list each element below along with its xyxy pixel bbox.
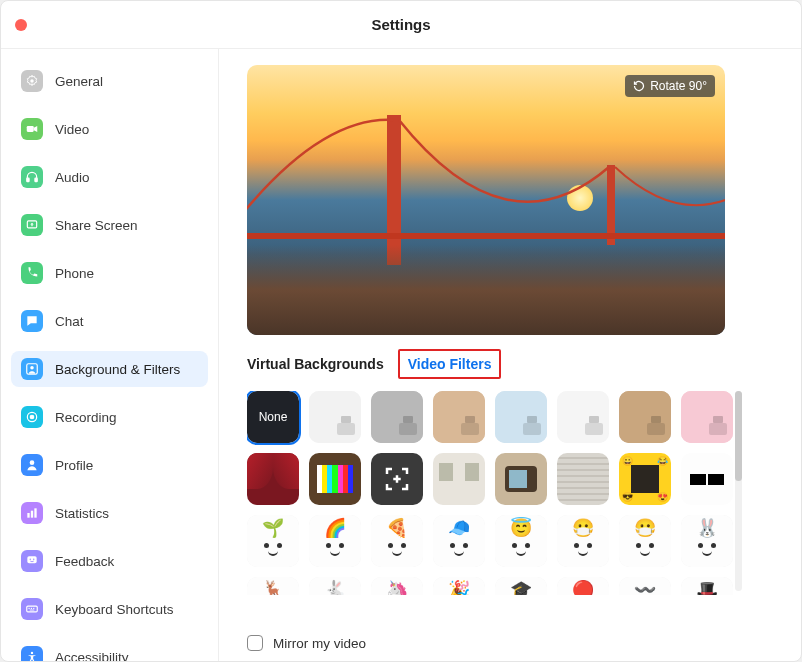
- sidebar-item-label: Chat: [55, 314, 84, 329]
- rotate-label: Rotate 90°: [650, 79, 707, 93]
- sidebar-item-label: Audio: [55, 170, 90, 185]
- filter-blinds[interactable]: [557, 453, 609, 505]
- filter-room-grey[interactable]: [371, 391, 423, 443]
- filters-scroll[interactable]: None😀😂😎😍🌱🌈🍕🧢😇😷😷🐰🦌🐇🦄🎉🎓🔴〰️🎩: [247, 391, 733, 595]
- mirror-label: Mirror my video: [273, 636, 366, 651]
- filter-unicorn[interactable]: 🦄: [371, 577, 423, 595]
- rotate-button[interactable]: Rotate 90°: [625, 75, 715, 97]
- filter-mustache[interactable]: 〰️: [619, 577, 671, 595]
- sidebar-item-label: Accessibility: [55, 650, 129, 662]
- filter-focus-frame[interactable]: [371, 453, 423, 505]
- tab-video-filters[interactable]: Video Filters: [408, 354, 492, 374]
- filter-halo[interactable]: 😇: [495, 515, 547, 567]
- window-controls: [15, 19, 27, 31]
- sidebar-item-background-filters[interactable]: Background & Filters: [11, 351, 208, 387]
- filter-face-mask[interactable]: 😷: [619, 515, 671, 567]
- close-window-button[interactable]: [15, 19, 27, 31]
- svg-rect-17: [29, 608, 30, 609]
- filter-rainbow[interactable]: 🌈: [309, 515, 361, 567]
- filter-doctor-mask[interactable]: 😷: [557, 515, 609, 567]
- filter-tv-old[interactable]: [495, 453, 547, 505]
- sidebar-item-video[interactable]: Video: [11, 111, 208, 147]
- sidebar-item-label: Recording: [55, 410, 117, 425]
- sidebar-item-audio[interactable]: Audio: [11, 159, 208, 195]
- filter-pixel-glasses[interactable]: [681, 453, 733, 505]
- svg-rect-20: [30, 610, 35, 611]
- filter-room-brown[interactable]: [619, 391, 671, 443]
- filter-room-blue[interactable]: [495, 391, 547, 443]
- filter-sprout[interactable]: 🌱: [247, 515, 299, 567]
- titlebar: Settings: [1, 1, 801, 49]
- filter-bunny[interactable]: 🐰: [681, 515, 733, 567]
- sidebar-item-label: Background & Filters: [55, 362, 180, 377]
- svg-point-8: [30, 415, 34, 419]
- sidebar-item-chat[interactable]: Chat: [11, 303, 208, 339]
- filter-room-light[interactable]: [557, 391, 609, 443]
- accessibility-icon: [21, 646, 43, 661]
- svg-point-6: [30, 366, 34, 370]
- filter-grad-cap[interactable]: 🎓: [495, 577, 547, 595]
- sidebar-item-label: Video: [55, 122, 89, 137]
- filter-room-pink[interactable]: [681, 391, 733, 443]
- filter-emoji-frame[interactable]: 😀😂😎😍: [619, 453, 671, 505]
- svg-point-9: [30, 460, 35, 465]
- sidebar-item-label: Feedback: [55, 554, 114, 569]
- filter-room-white[interactable]: [309, 391, 361, 443]
- filter-pizza[interactable]: 🍕: [371, 515, 423, 567]
- sidebar-item-phone[interactable]: Phone: [11, 255, 208, 291]
- sidebar-item-accessibility[interactable]: Accessibility: [11, 639, 208, 661]
- sidebar-item-general[interactable]: General: [11, 63, 208, 99]
- svg-rect-13: [27, 556, 36, 563]
- video-preview: Rotate 90°: [247, 65, 725, 335]
- mirror-checkbox[interactable]: [247, 635, 263, 651]
- phone-icon: [21, 262, 43, 284]
- share-icon: [21, 214, 43, 236]
- filter-room-tan[interactable]: [433, 391, 485, 443]
- person-box-icon: [21, 358, 43, 380]
- chat-icon: [21, 310, 43, 332]
- filter-cap[interactable]: 🧢: [433, 515, 485, 567]
- record-icon: [21, 406, 43, 428]
- sidebar-item-recording[interactable]: Recording: [11, 399, 208, 435]
- filter-theater[interactable]: [247, 453, 299, 505]
- filter-none[interactable]: None: [247, 391, 299, 443]
- filter-party[interactable]: 🎉: [433, 577, 485, 595]
- svg-rect-18: [31, 608, 32, 609]
- sidebar-item-profile[interactable]: Profile: [11, 447, 208, 483]
- filter-tv-bars[interactable]: [309, 453, 361, 505]
- sidebar-item-feedback[interactable]: Feedback: [11, 543, 208, 579]
- tab-virtual-backgrounds[interactable]: Virtual Backgrounds: [247, 354, 384, 374]
- profile-icon: [21, 454, 43, 476]
- sidebar-item-label: Profile: [55, 458, 93, 473]
- tab-video-filters-highlight: Video Filters: [398, 349, 502, 379]
- sidebar-item-label: Statistics: [55, 506, 109, 521]
- svg-rect-12: [34, 508, 36, 517]
- filter-bowler[interactable]: 🎩: [681, 577, 733, 595]
- filter-beret[interactable]: 🔴: [557, 577, 609, 595]
- svg-point-0: [30, 79, 34, 83]
- mirror-row: Mirror my video: [247, 635, 773, 651]
- svg-rect-19: [33, 608, 34, 609]
- scrollbar-thumb[interactable]: [735, 391, 742, 481]
- filters-area: None😀😂😎😍🌱🌈🍕🧢😇😷😷🐰🦌🐇🦄🎉🎓🔴〰️🎩: [247, 391, 773, 621]
- svg-rect-2: [27, 178, 29, 182]
- svg-point-14: [30, 559, 31, 560]
- sidebar-item-label: Phone: [55, 266, 94, 281]
- filter-gallery[interactable]: [433, 453, 485, 505]
- filter-antlers[interactable]: 🦌: [247, 577, 299, 595]
- headphones-icon: [21, 166, 43, 188]
- scrollbar[interactable]: [735, 391, 742, 591]
- sidebar-item-statistics[interactable]: Statistics: [11, 495, 208, 531]
- svg-rect-3: [35, 178, 37, 182]
- decor-hills: [247, 245, 725, 335]
- feedback-icon: [21, 550, 43, 572]
- sidebar-item-keyboard-shortcuts[interactable]: Keyboard Shortcuts: [11, 591, 208, 627]
- sidebar-item-label: Share Screen: [55, 218, 138, 233]
- main-panel: Rotate 90° Virtual Backgrounds Video Fil…: [219, 49, 801, 661]
- filter-bunny-ears[interactable]: 🐇: [309, 577, 361, 595]
- gear-icon: [21, 70, 43, 92]
- svg-rect-11: [31, 511, 33, 518]
- settings-window: Settings GeneralVideoAudioShare ScreenPh…: [0, 0, 802, 662]
- sidebar-item-share-screen[interactable]: Share Screen: [11, 207, 208, 243]
- tabs: Virtual Backgrounds Video Filters: [247, 349, 773, 379]
